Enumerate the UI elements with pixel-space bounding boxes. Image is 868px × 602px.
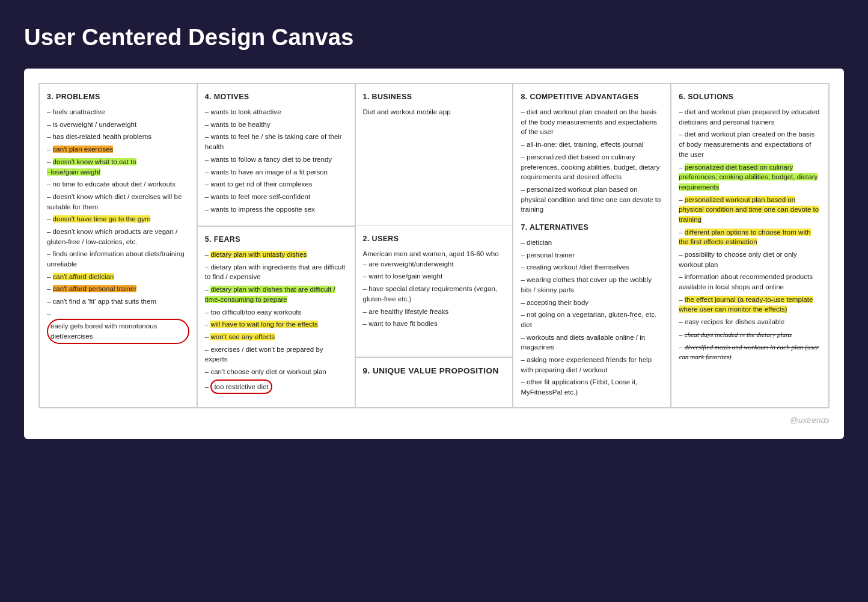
alternatives-list: dietician personal trainer creating work… bbox=[521, 238, 663, 398]
list-item: feels unattractive bbox=[47, 107, 189, 117]
list-item: dietary plan with ingredients that are d… bbox=[205, 262, 347, 282]
list-item: wants to feel he / she is taking care of… bbox=[205, 132, 347, 152]
list-item: personal trainer bbox=[521, 250, 663, 260]
list-item: wants to impress the opposite sex bbox=[205, 204, 347, 215]
list-item: can't find a 'fit' app that suits them bbox=[47, 296, 189, 307]
list-item: no time to educate about diet / workouts bbox=[47, 179, 189, 189]
list-item: diet and workout plan created on the bas… bbox=[521, 107, 663, 137]
list-item: dietician bbox=[521, 238, 663, 248]
uvp-title: 9. UNIQUE VALUE PROPOSITION bbox=[363, 365, 506, 377]
list-item: can't afford personal trainer bbox=[47, 284, 189, 294]
cell-business: 1. BUSINESS Diet and workout mobile app bbox=[355, 84, 513, 226]
list-item: are healthy lifestyle freaks bbox=[363, 307, 506, 317]
list-item: want to lose/gain weight bbox=[363, 271, 506, 281]
list-item: want to get rid of their complexes bbox=[205, 179, 347, 189]
list-item: asking more experienced friends for help… bbox=[521, 355, 663, 375]
list-item: diet and workout plan prepared by educat… bbox=[679, 107, 821, 127]
list-item: too difficult/too easy workouts bbox=[205, 307, 347, 318]
list-item: will have to wait long for the effects bbox=[205, 319, 347, 330]
footer: @uxtrends bbox=[38, 416, 830, 425]
list-item: easily gets bored with monotonous diet/e… bbox=[47, 309, 189, 344]
list-item: other fit applications (Fitbit, Loose it… bbox=[521, 377, 663, 397]
business-text: Diet and workout mobile app bbox=[363, 107, 506, 117]
list-item: personalized workout plan based on physi… bbox=[679, 195, 821, 225]
list-item: not going on a vegetarian, gluten-free, … bbox=[521, 310, 663, 330]
cell-uvp: 9. UNIQUE VALUE PROPOSITION bbox=[355, 357, 513, 408]
footer-handle: @uxtrends bbox=[790, 416, 830, 425]
motives-list: wants to look attractive wants to be hea… bbox=[205, 107, 347, 214]
list-item: has diet-related health problems bbox=[47, 132, 189, 142]
list-item: can't afford dietician bbox=[47, 272, 189, 282]
list-item: doesn't have time go to the gym bbox=[47, 214, 189, 224]
list-item: different plan options to choose from wi… bbox=[679, 227, 821, 247]
cell-solutions: 6. SOLUTIONS diet and workout plan prepa… bbox=[671, 84, 829, 408]
list-item: possibility to choose only diet or only … bbox=[679, 250, 821, 269]
list-item: information about recommended products a… bbox=[679, 272, 821, 292]
list-item: diversified meals and workouts in each p… bbox=[679, 342, 821, 362]
list-item: wants to have an image of a fit person bbox=[205, 167, 347, 177]
cell-fears: 5. FEARS dietary plan with untasty dishe… bbox=[197, 226, 355, 408]
business-title: 1. BUSINESS bbox=[363, 91, 506, 102]
problems-list: feels unattractive is overweight / under… bbox=[47, 107, 189, 344]
cell-competitive: 8. COMPETITIVE ADVANTAGES diet and worko… bbox=[513, 84, 671, 408]
list-item: diet and workout plan created on the bas… bbox=[679, 129, 821, 159]
list-item: dietary plan with dishes that are diffic… bbox=[205, 284, 347, 304]
list-item: dietary plan with untasty dishes bbox=[205, 250, 347, 260]
list-item: finds online information about diets/tra… bbox=[47, 249, 189, 269]
canvas-wrapper: 3. PROBLEMS feels unattractive is overwe… bbox=[24, 69, 844, 439]
cell-problems: 3. PROBLEMS feels unattractive is overwe… bbox=[39, 84, 197, 408]
canvas-grid: 3. PROBLEMS feels unattractive is overwe… bbox=[38, 83, 830, 408]
page-title: User Centered Design Canvas bbox=[24, 24, 844, 51]
list-item: too restrictive diet bbox=[205, 379, 347, 395]
list-item: want to have fit bodies bbox=[363, 319, 506, 329]
competitive-list: diet and workout plan created on the bas… bbox=[521, 107, 663, 215]
list-item: all-in-one: diet, training, effects jour… bbox=[521, 140, 663, 150]
list-item: exercises / diet won't be prepared by ex… bbox=[205, 345, 347, 364]
list-item: wants to follow a fancy diet to be trend… bbox=[205, 155, 347, 165]
fears-title: 5. FEARS bbox=[205, 234, 347, 245]
list-item: doesn't know which products are vegan / … bbox=[47, 227, 189, 247]
competitive-title: 8. COMPETITIVE ADVANTAGES bbox=[521, 91, 663, 102]
list-item: wants to be healthy bbox=[205, 120, 347, 130]
users-title: 2. USERS bbox=[363, 233, 506, 244]
solutions-list: diet and workout plan prepared by educat… bbox=[679, 107, 821, 362]
list-item: wants to look attractive bbox=[205, 107, 347, 117]
list-item: is overweight / underweight bbox=[47, 120, 189, 130]
list-item: won't see any effects bbox=[205, 332, 347, 342]
list-item: have special dietary requirements (vegan… bbox=[363, 284, 506, 304]
list-item: cheat days included in the dietary plans bbox=[679, 330, 821, 340]
users-intro: American men and women, aged 16-60 who bbox=[363, 249, 506, 259]
list-item: creating workout /diet themselves bbox=[521, 262, 663, 272]
list-item: doesn't know what to eat to–lose/gain we… bbox=[47, 157, 189, 177]
list-item: are overweight/underweight bbox=[363, 259, 506, 269]
list-item: personalized workout plan based on physi… bbox=[521, 185, 663, 215]
list-item: the effect journal (a ready-to-use templ… bbox=[679, 295, 821, 315]
solutions-title: 6. SOLUTIONS bbox=[679, 91, 821, 102]
list-item: wearing clothes that cover up the wobbly… bbox=[521, 275, 663, 295]
fears-list: dietary plan with untasty dishes dietary… bbox=[205, 250, 347, 394]
users-list: are overweight/underweight want to lose/… bbox=[363, 259, 506, 329]
motives-title: 4. MOTIVES bbox=[205, 91, 347, 102]
list-item: can't choose only diet or workout plan bbox=[205, 367, 347, 377]
list-item: accepting their body bbox=[521, 298, 663, 308]
list-item: can't plan exercises bbox=[47, 144, 189, 155]
list-item: personalized diet based on culinary pref… bbox=[679, 162, 821, 192]
cell-users: 2. USERS American men and women, aged 16… bbox=[355, 226, 513, 357]
list-item: wants to feel more self-confident bbox=[205, 192, 347, 202]
alternatives-title: 7. ALTERNATIVES bbox=[521, 222, 663, 233]
list-item: personalized diet based on culinary pref… bbox=[521, 152, 663, 182]
list-item: workouts and diets available online / in… bbox=[521, 333, 663, 352]
problems-title: 3. PROBLEMS bbox=[47, 91, 189, 102]
list-item: easy recipes for dishes available bbox=[679, 317, 821, 327]
cell-motives: 4. MOTIVES wants to look attractive want… bbox=[197, 84, 355, 226]
list-item: doesn't know which diet / exercises will… bbox=[47, 192, 189, 212]
